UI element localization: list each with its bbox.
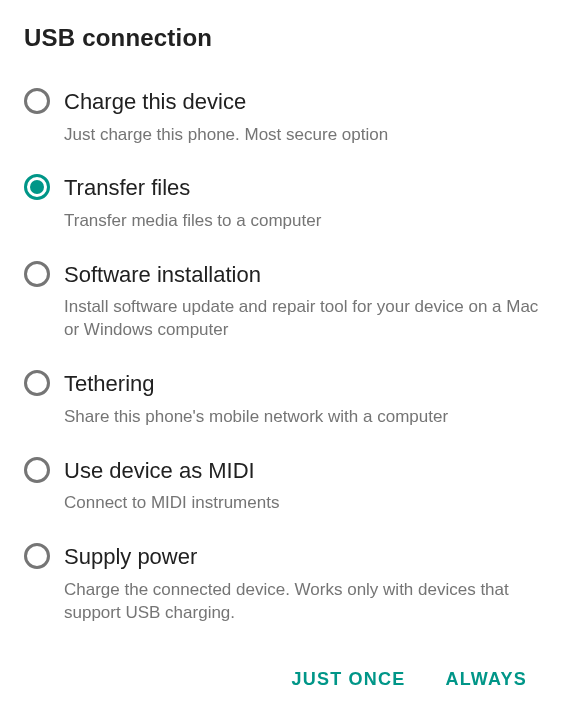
option-software-installation[interactable]: Software installation Install software u… bbox=[24, 251, 539, 360]
radio-icon bbox=[24, 370, 50, 396]
option-subtitle: Transfer media files to a computer bbox=[64, 210, 539, 233]
option-charge-this-device[interactable]: Charge this device Just charge this phon… bbox=[24, 78, 539, 164]
option-text: Charge this device Just charge this phon… bbox=[64, 88, 539, 146]
radio-icon bbox=[24, 88, 50, 114]
option-text: Tethering Share this phone's mobile netw… bbox=[64, 370, 539, 428]
option-subtitle: Connect to MIDI instruments bbox=[64, 492, 539, 515]
radio-icon bbox=[24, 174, 50, 200]
option-use-device-as-midi[interactable]: Use device as MIDI Connect to MIDI instr… bbox=[24, 447, 539, 533]
dialog-title: USB connection bbox=[24, 24, 539, 52]
option-text: Use device as MIDI Connect to MIDI instr… bbox=[64, 457, 539, 515]
option-text: Transfer files Transfer media files to a… bbox=[64, 174, 539, 232]
options-list: Charge this device Just charge this phon… bbox=[24, 78, 539, 643]
radio-icon bbox=[24, 261, 50, 287]
just-once-button[interactable]: JUST ONCE bbox=[288, 661, 410, 698]
radio-icon bbox=[24, 543, 50, 569]
option-tethering[interactable]: Tethering Share this phone's mobile netw… bbox=[24, 360, 539, 446]
always-button[interactable]: ALWAYS bbox=[441, 661, 531, 698]
option-subtitle: Just charge this phone. Most secure opti… bbox=[64, 124, 539, 147]
radio-icon bbox=[24, 457, 50, 483]
option-subtitle: Install software update and repair tool … bbox=[64, 296, 539, 342]
option-title: Tethering bbox=[64, 370, 539, 398]
option-supply-power[interactable]: Supply power Charge the connected device… bbox=[24, 533, 539, 642]
dialog-actions: JUST ONCE ALWAYS bbox=[24, 643, 539, 720]
option-text: Software installation Install software u… bbox=[64, 261, 539, 342]
usb-connection-dialog: USB connection Charge this device Just c… bbox=[0, 0, 563, 720]
option-title: Use device as MIDI bbox=[64, 457, 539, 485]
option-title: Charge this device bbox=[64, 88, 539, 116]
option-title: Supply power bbox=[64, 543, 539, 571]
option-text: Supply power Charge the connected device… bbox=[64, 543, 539, 624]
option-subtitle: Share this phone's mobile network with a… bbox=[64, 406, 539, 429]
option-subtitle: Charge the connected device. Works only … bbox=[64, 579, 539, 625]
option-title: Software installation bbox=[64, 261, 539, 289]
option-title: Transfer files bbox=[64, 174, 539, 202]
option-transfer-files[interactable]: Transfer files Transfer media files to a… bbox=[24, 164, 539, 250]
